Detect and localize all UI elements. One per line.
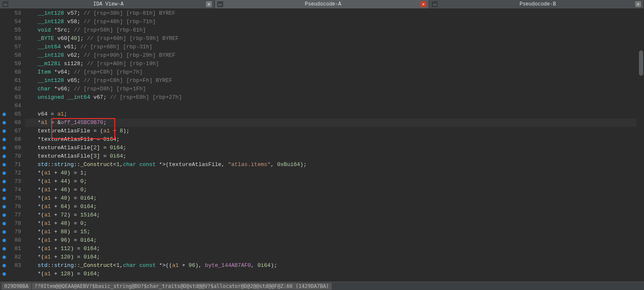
close-icon[interactable]: ✕ (206, 1, 212, 7)
line-number: 82 (0, 253, 25, 261)
breakpoint-icon[interactable] (3, 230, 6, 234)
code-line[interactable]: *(a1 + 96) = 0i64; (25, 236, 636, 245)
close-icon[interactable]: ✕ (420, 1, 426, 7)
status-address: 029D9BBA (2, 283, 31, 290)
line-number: 55 (0, 26, 25, 34)
line-number: 56 (0, 34, 25, 43)
code-editor[interactable]: 5354555657585960616263646566676869707172… (0, 8, 644, 282)
code-line[interactable]: *textureAtlasFile = 0i64; (25, 135, 636, 144)
line-number: 80 (0, 236, 25, 245)
line-number: 57 (0, 43, 25, 51)
code-line[interactable]: *(a1 + 88) = 15; (25, 228, 636, 236)
line-number: 68 (0, 135, 25, 144)
code-line[interactable]: char *v66; // [rsp+D8h] [rbp+1Fh] (25, 85, 636, 93)
breakpoint-icon[interactable] (3, 264, 6, 267)
line-number: 81 (0, 245, 25, 253)
breakpoint-icon[interactable] (3, 222, 6, 225)
line-number: 74 (0, 186, 25, 194)
code-line[interactable]: *(a1 + 128) = 0i64; (25, 270, 636, 278)
code-line[interactable]: unsigned __int64 v67; // [rsp+E0h] [rbp+… (25, 93, 636, 102)
line-number: 64 (0, 102, 25, 110)
code-line[interactable]: Item *v64; // [rsp+C0h] [rbp+7h] (25, 68, 636, 76)
code-line[interactable]: __int128 v58; // [rsp+48h] [rbp-71h] (25, 18, 636, 26)
tab-pseudocode-b[interactable]: ▭ Pseudocode-B ✕ (429, 0, 644, 8)
breakpoint-icon[interactable] (3, 214, 6, 217)
code-line[interactable]: std::string::_Construct<1,char const *>(… (25, 261, 636, 270)
code-line[interactable] (25, 102, 636, 110)
code-line[interactable]: *(a1 + 40) = 1; (25, 169, 636, 177)
breakpoint-icon[interactable] (3, 188, 6, 192)
code-line[interactable]: *(a1 + 48) = 0i64; (25, 194, 636, 203)
line-number: 63 (0, 93, 25, 102)
tab-label: Pseudocode-B (440, 1, 635, 7)
code-line[interactable]: std::string::_Construct<1,char const *>(… (25, 161, 636, 169)
code-line[interactable]: textureAtlasFile = (a1 + 8); (25, 127, 636, 135)
breakpoint-icon[interactable] (3, 171, 6, 175)
close-icon[interactable]: ✕ (635, 1, 641, 7)
breakpoint-icon[interactable] (3, 121, 6, 124)
scrollbar-vertical[interactable] (639, 50, 643, 76)
code-line[interactable]: *(a1 + 72) = 15i64; (25, 211, 636, 219)
code-line[interactable]: __int64 v61; // [rsp+88h] [rbp-31h] (25, 43, 636, 51)
line-number: 77 (0, 211, 25, 219)
line-number: 78 (0, 219, 25, 228)
tab-label: Pseudocode-A (226, 1, 421, 7)
line-number: 59 (0, 60, 25, 68)
breakpoint-icon[interactable] (3, 113, 6, 116)
line-number: 79 (0, 228, 25, 236)
line-number: 60 (0, 68, 25, 76)
line-number: 69 (0, 144, 25, 152)
code-line[interactable]: __int128 v57; // [rsp+38h] [rbp-81h] BYR… (25, 9, 636, 18)
line-number: 66 (0, 119, 25, 127)
tab-label: IDA View-A (11, 1, 206, 7)
file-icon: ▭ (3, 1, 8, 7)
line-number: 61 (0, 76, 25, 85)
breakpoint-icon[interactable] (3, 138, 6, 141)
code-line[interactable]: *(a1 + 120) = 0i64; (25, 253, 636, 261)
breakpoint-icon[interactable] (3, 129, 6, 133)
code-line[interactable]: __m128i si128; // [rsp+A0h] [rbp-19h] (25, 60, 636, 68)
code-line[interactable]: *(a1 + 48) = 0; (25, 219, 636, 228)
status-symbol: ??0Item@@QEAA@AEBV?$basic_string@DU?$cha… (32, 283, 332, 290)
line-number: 70 (0, 152, 25, 161)
code-line[interactable]: __int128 v65; // [rsp+C8h] [rbp+Fh] BYRE… (25, 76, 636, 85)
breakpoint-icon[interactable] (3, 163, 6, 166)
line-number: 71 (0, 161, 25, 169)
code-line[interactable]: *a1 = &off_145BC9B70; (25, 119, 636, 127)
line-number: 62 (0, 85, 25, 93)
line-number: 73 (0, 177, 25, 186)
breakpoint-icon[interactable] (3, 197, 6, 200)
code-area[interactable]: __int128 v57; // [rsp+38h] [rbp-81h] BYR… (25, 8, 636, 278)
breakpoint-icon[interactable] (3, 205, 6, 208)
code-line[interactable]: v64 = a1; (25, 110, 636, 119)
code-line[interactable]: *(a1 + 44) = 0; (25, 177, 636, 186)
code-line[interactable]: *(a1 + 46) = 0; (25, 186, 636, 194)
breakpoint-icon[interactable] (3, 272, 6, 276)
code-line[interactable]: textureAtlasFile[2] = 0i64; (25, 144, 636, 152)
code-line[interactable]: *(a1 + 112) = 0i64; (25, 245, 636, 253)
file-icon: ▭ (432, 1, 438, 7)
breakpoint-icon[interactable] (3, 180, 6, 183)
code-line[interactable]: *(a1 + 64) = 0i64; (25, 203, 636, 211)
line-number: 83 (0, 261, 25, 270)
code-line[interactable]: _BYTE v60[40]; // [rsp+60h] [rbp-59h] BY… (25, 34, 636, 43)
line-number: 75 (0, 194, 25, 203)
gutter: 5354555657585960616263646566676869707172… (0, 8, 25, 282)
code-line[interactable]: textureAtlasFile[3] = 0i64; (25, 152, 636, 161)
code-line[interactable]: void *Src; // [rsp+58h] [rbp-61h] (25, 26, 636, 34)
tab-ida-view-a[interactable]: ▭ IDA View-A ✕ (0, 0, 215, 8)
breakpoint-icon[interactable] (3, 155, 6, 158)
breakpoint-icon[interactable] (3, 239, 6, 242)
line-number: 67 (0, 127, 25, 135)
code-line[interactable]: __int128 v62; // [rsp+90h] [rbp-29h] BYR… (25, 51, 636, 60)
breakpoint-icon[interactable] (3, 256, 6, 259)
breakpoint-icon[interactable] (3, 247, 6, 250)
line-number: 58 (0, 51, 25, 60)
status-bar: 029D9BBA ??0Item@@QEAA@AEBV?$basic_strin… (0, 282, 644, 290)
breakpoint-icon[interactable] (3, 146, 6, 150)
file-icon: ▭ (217, 1, 223, 7)
tab-pseudocode-a[interactable]: ▭ Pseudocode-A ✕ (215, 0, 430, 8)
line-number: 53 (0, 9, 25, 18)
line-number: 65 (0, 110, 25, 119)
line-number: 72 (0, 169, 25, 177)
